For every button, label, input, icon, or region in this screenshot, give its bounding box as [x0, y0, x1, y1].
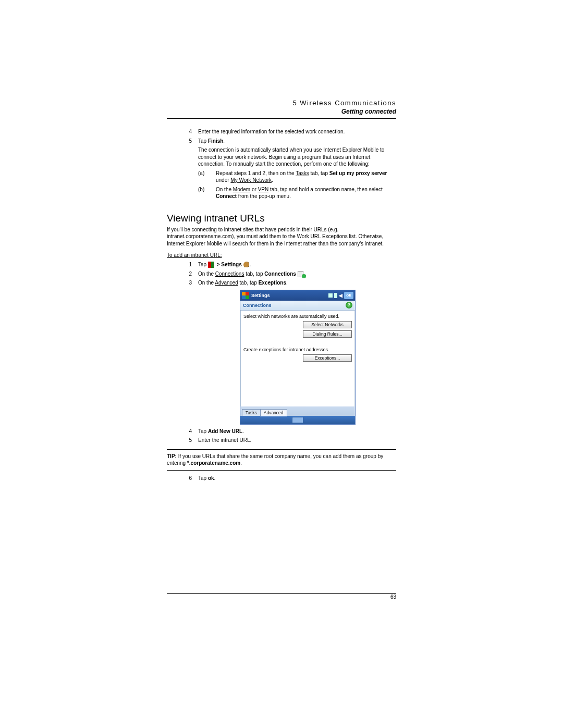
step-number: 1 — [167, 261, 198, 268]
step-number: 3 — [167, 279, 198, 287]
label: Create exceptions for intranet addresses… — [243, 347, 352, 352]
tip-rule-bottom — [167, 470, 396, 471]
windows-icon — [242, 292, 249, 299]
chapter-title: 5 Wireless Communications — [167, 99, 396, 107]
status-icons: ◀︎ ok — [328, 292, 353, 299]
step-number: 5 — [167, 437, 198, 444]
embedded-screenshot: Settings ◀︎ ok Connections ? Select whic… — [240, 290, 356, 425]
step-paragraph: The connection is automatically started … — [198, 146, 396, 168]
step-number: 2 — [167, 270, 198, 278]
start-icon — [208, 262, 215, 268]
substep-text: On the Modem or VPN tab, tap and hold a … — [216, 186, 396, 200]
step-text: Enter the required information for the s… — [198, 128, 396, 135]
keyboard-icon[interactable] — [292, 417, 303, 423]
tip-text: TIP: If you use URLs that share the same… — [167, 450, 396, 470]
step-text: Enter the intranet URL. — [198, 437, 396, 444]
substep-label: (a) — [198, 170, 216, 184]
step-text: Tap Add New URL. — [198, 428, 396, 435]
dialing-rules-button[interactable]: Dialing Rules... — [303, 330, 352, 338]
step-text: Tap > Settings . — [198, 261, 396, 268]
intro-paragraph: If you'll be connecting to intranet site… — [167, 226, 396, 248]
step-text: On the Advanced tab, tap Exceptions. — [198, 279, 396, 287]
step-number: 4 — [167, 128, 198, 135]
tab-advanced[interactable]: Advanced — [260, 409, 287, 416]
help-icon[interactable]: ? — [346, 302, 352, 309]
ok-button[interactable]: ok — [344, 292, 353, 299]
connections-icon — [298, 271, 305, 277]
step-number: 4 — [167, 428, 198, 435]
select-networks-button[interactable]: Select Networks — [303, 321, 352, 328]
step-text: Tap Finish. — [198, 138, 396, 145]
header-rule — [167, 118, 396, 119]
substep-label: (b) — [198, 186, 216, 200]
window-title: Settings — [251, 293, 270, 298]
substep-text: Repeat steps 1 and 2, then on the Tasks … — [216, 170, 396, 184]
step-number: 6 — [167, 475, 198, 482]
procedure-heading: To add an intranet URL: — [167, 252, 396, 258]
label: Select which networks are automatically … — [243, 314, 352, 319]
section-title: Getting connected — [167, 108, 396, 115]
heading: Viewing intranet URLs — [167, 213, 396, 224]
step-number: 5 — [167, 138, 198, 145]
step-text: Tap ok. — [198, 475, 396, 482]
footer-rule — [167, 593, 396, 594]
exceptions-button[interactable]: Exceptions... — [303, 354, 352, 362]
step-text: On the Connections tab, tap Connections … — [198, 270, 396, 278]
settings-icon — [243, 262, 250, 268]
panel-title: Connections — [243, 303, 272, 308]
page-number: 63 — [167, 594, 396, 600]
tab-tasks[interactable]: Tasks — [242, 409, 261, 416]
